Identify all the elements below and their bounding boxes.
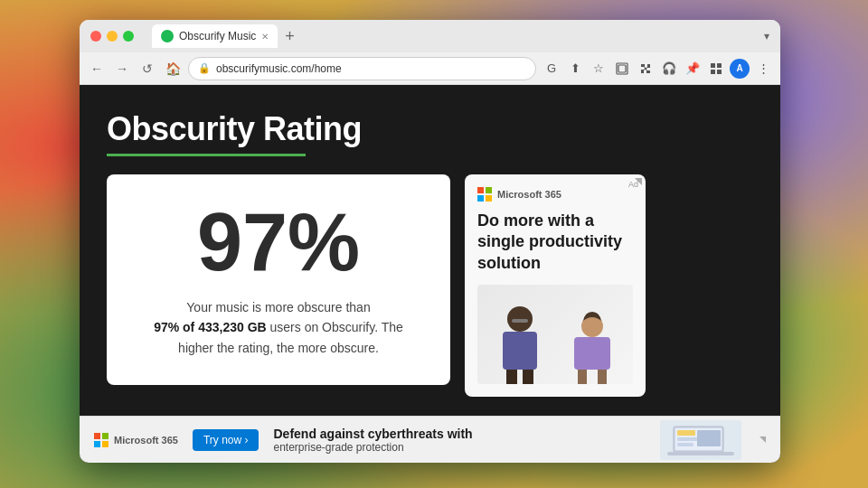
svg-rect-2 bbox=[711, 63, 715, 68]
svg-rect-20 bbox=[697, 430, 721, 446]
title-underline bbox=[107, 154, 306, 156]
bottom-ad-triangle-icon[interactable] bbox=[760, 436, 766, 443]
ad-panel: Ad Microsoft 365 bbox=[465, 174, 646, 397]
bottom-ad-brand: Microsoft 365 bbox=[114, 435, 178, 446]
tab-title: Obscurify Music bbox=[179, 30, 256, 42]
description-line1: Your music is more obscure than bbox=[186, 300, 370, 314]
bottom-ms-sq-blue bbox=[94, 441, 100, 447]
google-icon[interactable]: G bbox=[542, 59, 561, 79]
person1-illustration bbox=[486, 303, 554, 384]
page-title: Obscurity Rating bbox=[107, 110, 753, 148]
svg-rect-17 bbox=[677, 430, 695, 436]
window-menu-icon[interactable]: ▾ bbox=[764, 30, 769, 42]
page-title-section: Obscurity Rating bbox=[107, 110, 753, 156]
try-now-label: Try now › bbox=[203, 434, 249, 446]
description-bold: 97% of 433,230 GB bbox=[154, 320, 267, 334]
traffic-lights bbox=[90, 31, 134, 42]
user-avatar[interactable]: A bbox=[730, 59, 750, 79]
forward-button[interactable]: → bbox=[112, 59, 132, 79]
layers-icon[interactable] bbox=[612, 59, 632, 79]
page-scroll: Obscurity Rating 97% Your music is more … bbox=[80, 85, 780, 397]
svg-rect-3 bbox=[717, 63, 722, 68]
bottom-ms-logo bbox=[94, 433, 108, 447]
svg-rect-18 bbox=[677, 437, 699, 441]
grid-icon[interactable] bbox=[706, 59, 726, 79]
ms-square-green bbox=[486, 187, 492, 193]
share-icon[interactable]: ⬆ bbox=[565, 59, 585, 79]
desktop: Obscurify Music ✕ + ▾ ← → ↺ 🏠 🔒 obscurif… bbox=[0, 0, 868, 488]
minimize-button[interactable] bbox=[107, 31, 118, 42]
ms-square-yellow bbox=[486, 195, 492, 202]
ms-square-blue bbox=[477, 195, 484, 202]
home-button[interactable]: 🏠 bbox=[163, 59, 183, 79]
toolbar-icons: G ⬆ ☆ 🎧 📌 bbox=[542, 59, 773, 79]
description-line3: higher the rating, the more obscure. bbox=[178, 341, 379, 355]
ad-headline: Do more with a single productivity solut… bbox=[477, 211, 633, 274]
description-line2: users on Obscurify. The bbox=[270, 320, 403, 334]
active-tab[interactable]: Obscurify Music ✕ bbox=[152, 24, 278, 48]
svg-rect-7 bbox=[503, 332, 537, 370]
bottom-ad-text: Defend against cyberthreats with enterpr… bbox=[273, 427, 646, 454]
tab-close-icon[interactable]: ✕ bbox=[261, 32, 269, 42]
ad-brand: Microsoft 365 bbox=[497, 189, 561, 200]
tab-bar: Obscurify Music ✕ + bbox=[152, 24, 295, 48]
page-inner: Obscurity Rating 97% Your music is more … bbox=[80, 85, 780, 416]
address-bar: ← → ↺ 🏠 🔒 obscurifymusic.com/home G ⬆ ☆ bbox=[80, 52, 780, 85]
bottom-ms-sq-yellow bbox=[102, 441, 108, 447]
svg-rect-19 bbox=[677, 443, 693, 446]
ms-square-red bbox=[477, 187, 484, 193]
microsoft-logo bbox=[477, 187, 492, 202]
rating-card: 97% Your music is more obscure than 97% … bbox=[107, 174, 450, 385]
url-bar[interactable]: 🔒 obscurifymusic.com/home bbox=[188, 57, 536, 80]
svg-rect-21 bbox=[667, 452, 734, 455]
bottom-ad-headline: Defend against cyberthreats with bbox=[273, 427, 646, 441]
url-text: obscurifymusic.com/home bbox=[216, 62, 342, 75]
try-now-button[interactable]: Try now › bbox=[193, 429, 259, 451]
svg-rect-5 bbox=[717, 70, 722, 74]
svg-rect-14 bbox=[598, 370, 607, 384]
bottom-ad-image bbox=[660, 420, 741, 460]
rating-percent: 97% bbox=[197, 202, 360, 283]
bottom-ad-subtext: enterprise-grade protection bbox=[273, 441, 646, 454]
svg-rect-12 bbox=[574, 337, 610, 370]
bottom-ad-banner: Microsoft 365 Try now › Defend against c… bbox=[80, 416, 780, 463]
more-menu-icon[interactable]: ⋮ bbox=[753, 59, 773, 79]
bookmark-icon[interactable]: ☆ bbox=[589, 59, 609, 79]
bottom-ms-sq-red bbox=[94, 433, 100, 439]
pin-icon[interactable]: 📌 bbox=[683, 59, 703, 79]
svg-rect-9 bbox=[523, 370, 533, 384]
title-bar: Obscurify Music ✕ + ▾ bbox=[80, 20, 780, 52]
bottom-ad-logo: Microsoft 365 bbox=[94, 433, 178, 447]
page-content: Obscurity Rating 97% Your music is more … bbox=[80, 85, 780, 463]
puzzle-icon[interactable] bbox=[636, 59, 656, 79]
new-tab-button[interactable]: + bbox=[285, 27, 295, 46]
content-row: 97% Your music is more obscure than 97% … bbox=[107, 174, 753, 397]
svg-rect-1 bbox=[618, 65, 626, 72]
ad-image[interactable] bbox=[477, 285, 633, 384]
back-button[interactable]: ← bbox=[87, 59, 107, 79]
svg-rect-13 bbox=[578, 370, 587, 384]
browser-window: Obscurify Music ✕ + ▾ ← → ↺ 🏠 🔒 obscurif… bbox=[80, 20, 780, 463]
headphones-icon[interactable]: 🎧 bbox=[659, 59, 679, 79]
ad-logo: Microsoft 365 bbox=[477, 187, 633, 202]
tab-favicon bbox=[161, 30, 174, 42]
laptop-illustration bbox=[665, 423, 737, 457]
bottom-ms-sq-green bbox=[102, 433, 108, 439]
ad-triangle-icon[interactable] bbox=[635, 178, 642, 185]
close-button[interactable] bbox=[90, 31, 101, 42]
reload-button[interactable]: ↺ bbox=[137, 59, 157, 79]
lock-icon: 🔒 bbox=[198, 62, 211, 74]
svg-rect-10 bbox=[512, 319, 528, 323]
person2-illustration bbox=[565, 312, 619, 384]
svg-rect-4 bbox=[711, 70, 715, 74]
rating-description: Your music is more obscure than 97% of 4… bbox=[154, 297, 403, 358]
maximize-button[interactable] bbox=[123, 31, 134, 42]
svg-rect-8 bbox=[506, 370, 517, 384]
